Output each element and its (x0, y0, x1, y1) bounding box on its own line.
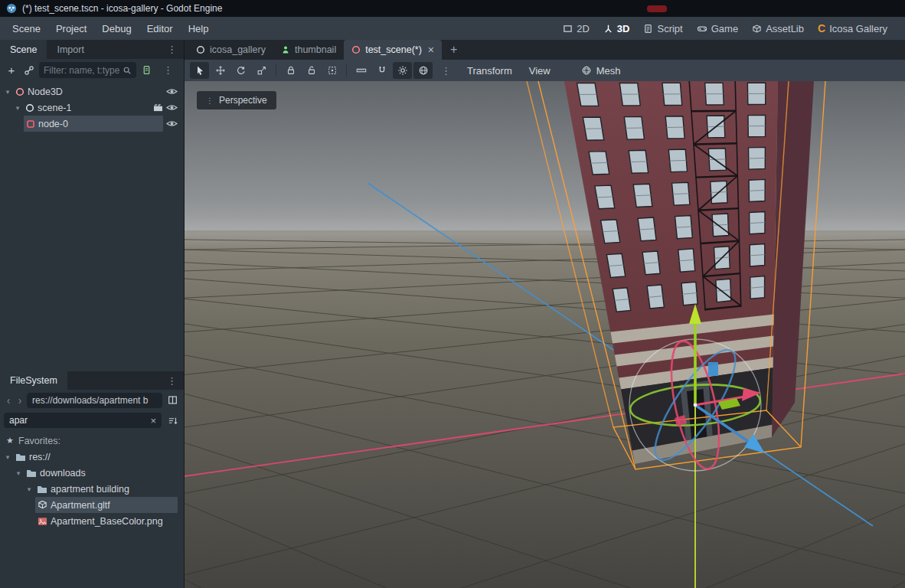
2d-icon (563, 24, 573, 34)
scene-filter-placeholder: Filter: name, t:type, (44, 65, 119, 76)
select-tool-button[interactable] (190, 62, 209, 79)
node3d-icon (25, 103, 34, 113)
star-icon: ★ (5, 436, 15, 446)
scene-tab-test-scene[interactable]: test_scene(*) × (344, 40, 442, 60)
mesh-file-icon (38, 500, 47, 510)
split-view-button[interactable] (165, 393, 180, 408)
icosa-gallery-icon: C (818, 23, 825, 34)
menu-help[interactable]: Help (181, 17, 217, 40)
collapse-arrow-icon[interactable]: ▾ (14, 469, 23, 477)
fs-row-favorites[interactable]: ★ Favorites: (0, 433, 184, 449)
workspace-icosa-gallery[interactable]: C Icosa Gallery (811, 23, 894, 34)
scene-tab-thumbnail[interactable]: thumbnail (273, 40, 344, 60)
link-icon (24, 65, 34, 76)
tab-import[interactable]: Import (47, 40, 93, 59)
window-title: (*) test_scene.tscn - icosa-gallery - Go… (22, 3, 222, 14)
scale-tool-button[interactable] (252, 62, 271, 79)
filesystem-filter-input[interactable]: apar × (4, 413, 162, 428)
node-icon (26, 119, 35, 129)
preview-environment-button[interactable] (413, 62, 433, 79)
close-tab-icon[interactable]: × (428, 44, 434, 56)
visibility-eye-icon[interactable] (166, 119, 178, 128)
titlebar: (*) test_scene.tscn - icosa-gallery - Go… (0, 0, 905, 17)
sort-icon (168, 416, 178, 426)
toolbar-separator (346, 64, 347, 77)
scale-icon (256, 65, 267, 76)
ruler-icon (356, 65, 367, 76)
3d-icon (603, 24, 613, 34)
split-view-icon (168, 395, 178, 405)
nav-back-icon[interactable]: ‹ (4, 394, 13, 407)
tab-scene[interactable]: Scene (0, 40, 47, 59)
collapse-arrow-icon[interactable]: ▾ (3, 88, 12, 96)
workspace-game[interactable]: Game (690, 23, 745, 34)
folder-icon (15, 452, 26, 462)
viewport-3d[interactable]: ⋮ Perspective (185, 81, 905, 588)
viewport-extra-menu-icon[interactable]: ⋮ (434, 65, 458, 77)
clear-filter-icon[interactable]: × (150, 415, 156, 426)
attach-script-button[interactable] (139, 63, 154, 78)
fs-row-apartment-building[interactable]: ▾ apartment building (0, 481, 184, 497)
nav-forward-icon[interactable]: › (15, 394, 25, 407)
mesh-icon (581, 65, 592, 76)
rotate-tool-button[interactable] (231, 62, 250, 79)
fs-row-apartment-basecolor-png[interactable]: Apartment_BaseColor.png (0, 513, 184, 529)
scene-tab-icosa-gallery[interactable]: icosa_gallery (188, 40, 273, 60)
preview-sun-button[interactable] (393, 62, 412, 79)
collapse-arrow-icon[interactable]: ▾ (25, 485, 34, 493)
magnet-icon (377, 65, 387, 76)
scene-tree-row-scene-1[interactable]: ▾ scene-1 (0, 100, 184, 116)
group-button[interactable] (322, 62, 341, 79)
move-tool-button[interactable] (211, 62, 230, 79)
menu-project[interactable]: Project (48, 17, 94, 40)
new-scene-tab-button[interactable]: + (442, 40, 466, 60)
node-icon (196, 45, 205, 54)
fs-row-res[interactable]: ▾ res:// (0, 449, 184, 465)
view-menu[interactable]: View (521, 65, 558, 77)
perspective-button[interactable]: ⋮ Perspective (197, 91, 276, 109)
drag-handle-icon: ⋮ (206, 96, 213, 105)
filesystem-menu-icon[interactable]: ⋮ (160, 371, 184, 390)
filesystem-title[interactable]: FileSystem (0, 371, 67, 390)
toolbar-separator (276, 64, 276, 77)
lock-button[interactable] (281, 62, 300, 79)
group-icon (327, 65, 338, 76)
person-icon (281, 45, 290, 54)
workspace-2d[interactable]: 2D (556, 23, 596, 34)
mesh-menu[interactable]: Mesh (573, 65, 629, 77)
scene-filter-input[interactable]: Filter: name, t:type, (39, 62, 136, 78)
godot-editor-window: (*) test_scene.tscn - icosa-gallery - Go… (0, 0, 905, 588)
viewport-scene-svg[interactable] (185, 81, 905, 588)
workspace-script[interactable]: Script (636, 23, 689, 34)
menu-editor[interactable]: Editor (139, 17, 181, 40)
menu-scene[interactable]: Scene (5, 17, 48, 40)
fs-row-downloads[interactable]: ▾ downloads (0, 465, 184, 481)
scene-instance-icon[interactable] (153, 103, 163, 112)
transform-menu[interactable]: Transform (459, 65, 520, 77)
sun-icon (397, 65, 408, 76)
scene-dock-toolbar: + Filter: name, t:type, ⋮ (0, 59, 184, 81)
selected-row-highlight: node-0 (24, 116, 163, 132)
collapse-arrow-icon[interactable]: ▾ (3, 453, 12, 461)
snap-button[interactable] (372, 62, 391, 79)
scene-dock-menu-icon[interactable]: ⋮ (160, 40, 184, 59)
workspace-3d[interactable]: 3D (596, 23, 637, 34)
instantiate-scene-button[interactable] (21, 63, 37, 78)
visibility-eye-icon[interactable] (166, 103, 178, 112)
workspace-assetlib[interactable]: AssetLib (745, 23, 811, 34)
ruler-button[interactable] (351, 62, 371, 79)
menu-debug[interactable]: Debug (94, 17, 139, 40)
scene-tree-row-node-0[interactable]: node-0 (0, 116, 184, 132)
filesystem-header: FileSystem ⋮ (0, 371, 184, 390)
scene-tree-row-node3d[interactable]: ▾ Node3D (0, 83, 184, 100)
node3d-icon (15, 87, 25, 96)
sort-button[interactable] (165, 413, 180, 428)
unlock-button[interactable] (302, 62, 321, 79)
fs-row-apartment-gltf[interactable]: Apartment.gltf (0, 497, 184, 513)
scene-toolbar-menu-icon[interactable]: ⋮ (156, 64, 180, 76)
script-icon (643, 24, 653, 34)
filesystem-path-field[interactable]: res://downloads/apartment b (27, 393, 162, 408)
add-node-button[interactable]: + (4, 63, 19, 78)
visibility-eye-icon[interactable] (166, 87, 178, 96)
collapse-arrow-icon[interactable]: ▾ (13, 104, 22, 112)
